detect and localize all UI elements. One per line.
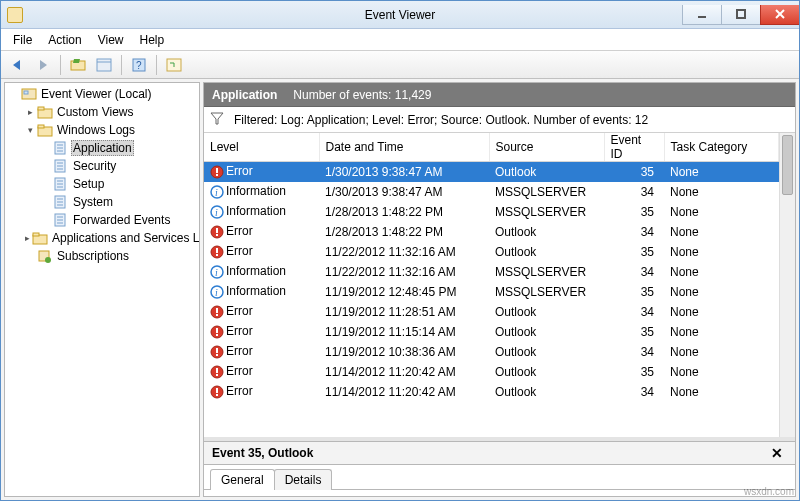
table-row[interactable]: Error11/14/2012 11:20:42 AMOutlook34None bbox=[204, 382, 779, 402]
column-header[interactable]: Source bbox=[489, 133, 604, 162]
log-icon bbox=[53, 141, 69, 155]
svg-rect-1 bbox=[737, 10, 745, 18]
main-subheading: Number of events: 11,429 bbox=[293, 88, 431, 102]
tree-item[interactable]: Application bbox=[5, 139, 199, 157]
table-row[interactable]: iInformation11/22/2012 11:32:16 AMMSSQLS… bbox=[204, 262, 779, 282]
tree-item-label: Setup bbox=[71, 177, 106, 191]
svg-point-42 bbox=[45, 257, 51, 263]
svg-rect-40 bbox=[33, 233, 39, 236]
table-row[interactable]: Error1/28/2013 1:48:22 PMOutlook34None bbox=[204, 222, 779, 242]
maximize-button[interactable] bbox=[721, 5, 761, 25]
tree-item[interactable]: Event Viewer (Local) bbox=[5, 85, 199, 103]
chevron-right-icon bbox=[41, 143, 51, 153]
chevron-right-icon bbox=[9, 89, 19, 99]
tree-item[interactable]: Forwarded Events bbox=[5, 211, 199, 229]
chevron-right-icon bbox=[41, 161, 51, 171]
refresh-button[interactable] bbox=[162, 54, 186, 76]
scrollbar-vertical[interactable] bbox=[779, 133, 795, 437]
event-list-region: LevelDate and TimeSourceEvent IDTask Cat… bbox=[204, 133, 795, 437]
error-icon bbox=[210, 305, 224, 319]
chevron-right-icon[interactable]: ▸ bbox=[25, 233, 30, 243]
table-row[interactable]: iInformation1/30/2013 9:38:47 AMMSSQLSER… bbox=[204, 182, 779, 202]
filter-bar: Filtered: Log: Application; Level: Error… bbox=[204, 107, 795, 133]
tree-item[interactable]: Setup bbox=[5, 175, 199, 193]
menu-view[interactable]: View bbox=[90, 31, 132, 49]
tree-panel[interactable]: Event Viewer (Local)▸Custom Views▾Window… bbox=[4, 82, 200, 497]
main-panel: Application Number of events: 11,429 Fil… bbox=[203, 82, 796, 497]
log-icon bbox=[53, 213, 69, 227]
column-header[interactable]: Level bbox=[204, 133, 319, 162]
tree-item-label: Windows Logs bbox=[55, 123, 137, 137]
table-row[interactable]: iInformation1/28/2013 1:48:22 PMMSSQLSER… bbox=[204, 202, 779, 222]
tab-general[interactable]: General bbox=[210, 469, 275, 490]
svg-rect-45 bbox=[216, 168, 218, 173]
details-close-button[interactable]: ✕ bbox=[767, 445, 787, 461]
chevron-right-icon[interactable]: ▸ bbox=[25, 107, 35, 117]
error-icon bbox=[210, 165, 224, 179]
svg-marker-5 bbox=[40, 60, 47, 70]
info-icon: i bbox=[210, 205, 224, 219]
error-icon bbox=[210, 365, 224, 379]
svg-rect-52 bbox=[216, 228, 218, 233]
tree-item[interactable]: ▸Custom Views bbox=[5, 103, 199, 121]
log-icon bbox=[53, 159, 69, 173]
info-icon: i bbox=[210, 285, 224, 299]
column-header[interactable]: Event ID bbox=[604, 133, 664, 162]
forward-button[interactable] bbox=[31, 54, 55, 76]
table-row[interactable]: iInformation11/19/2012 12:48:45 PMMSSQLS… bbox=[204, 282, 779, 302]
tree-item[interactable]: System bbox=[5, 193, 199, 211]
table-row[interactable]: Error11/19/2012 11:28:51 AMOutlook34None bbox=[204, 302, 779, 322]
tree-item-label: Custom Views bbox=[55, 105, 135, 119]
tree-item-label: Applications and Services Logs bbox=[50, 231, 200, 245]
menu-help[interactable]: Help bbox=[132, 31, 173, 49]
svg-rect-18 bbox=[38, 125, 44, 128]
tree-item-label: Event Viewer (Local) bbox=[39, 87, 154, 101]
back-button[interactable] bbox=[5, 54, 29, 76]
table-row[interactable]: Error11/22/2012 11:32:16 AMOutlook35None bbox=[204, 242, 779, 262]
svg-rect-69 bbox=[216, 354, 218, 356]
svg-rect-55 bbox=[216, 248, 218, 253]
svg-rect-46 bbox=[216, 174, 218, 176]
minimize-button[interactable] bbox=[682, 5, 722, 25]
properties-button[interactable] bbox=[92, 54, 116, 76]
tree-item[interactable]: Security bbox=[5, 157, 199, 175]
tree-item[interactable]: Subscriptions bbox=[5, 247, 199, 265]
column-header[interactable]: Date and Time bbox=[319, 133, 489, 162]
folder-icon bbox=[32, 231, 48, 245]
error-icon bbox=[210, 225, 224, 239]
svg-rect-53 bbox=[216, 234, 218, 236]
svg-rect-71 bbox=[216, 368, 218, 373]
column-header[interactable]: Task Category bbox=[664, 133, 779, 162]
menu-file[interactable]: File bbox=[5, 31, 40, 49]
error-icon bbox=[210, 245, 224, 259]
svg-marker-43 bbox=[211, 113, 223, 124]
table-row[interactable]: Error11/19/2012 11:15:14 AMOutlook35None bbox=[204, 322, 779, 342]
root-icon bbox=[21, 87, 37, 101]
folder-icon bbox=[37, 105, 53, 119]
menu-action[interactable]: Action bbox=[40, 31, 89, 49]
chevron-right-icon bbox=[25, 251, 35, 261]
details-title: Event 35, Outlook bbox=[212, 446, 313, 460]
table-row[interactable]: Error11/19/2012 10:38:36 AMOutlook34None bbox=[204, 342, 779, 362]
close-button[interactable] bbox=[760, 5, 800, 25]
main-heading: Application bbox=[212, 88, 277, 102]
event-table[interactable]: LevelDate and TimeSourceEvent IDTask Cat… bbox=[204, 133, 779, 402]
details-title-bar: Event 35, Outlook ✕ bbox=[204, 441, 795, 465]
help-button[interactable]: ? bbox=[127, 54, 151, 76]
tree-item-label: Forwarded Events bbox=[71, 213, 172, 227]
chevron-down-icon[interactable]: ▾ bbox=[25, 125, 35, 135]
tab-details[interactable]: Details bbox=[274, 469, 333, 490]
table-row[interactable]: Error11/14/2012 11:20:42 AMOutlook35None bbox=[204, 362, 779, 382]
tree-item[interactable]: ▸Applications and Services Logs bbox=[5, 229, 199, 247]
error-icon bbox=[210, 345, 224, 359]
show-hide-tree-button[interactable] bbox=[66, 54, 90, 76]
toolbar: ? bbox=[1, 51, 799, 79]
chevron-right-icon bbox=[41, 215, 51, 225]
filter-icon bbox=[210, 111, 224, 128]
toolbar-separator bbox=[60, 55, 61, 75]
error-icon bbox=[210, 325, 224, 339]
tree-item-label: Security bbox=[71, 159, 118, 173]
tree-item[interactable]: ▾Windows Logs bbox=[5, 121, 199, 139]
svg-rect-66 bbox=[216, 334, 218, 336]
table-row[interactable]: Error1/30/2013 9:38:47 AMOutlook35None bbox=[204, 162, 779, 182]
